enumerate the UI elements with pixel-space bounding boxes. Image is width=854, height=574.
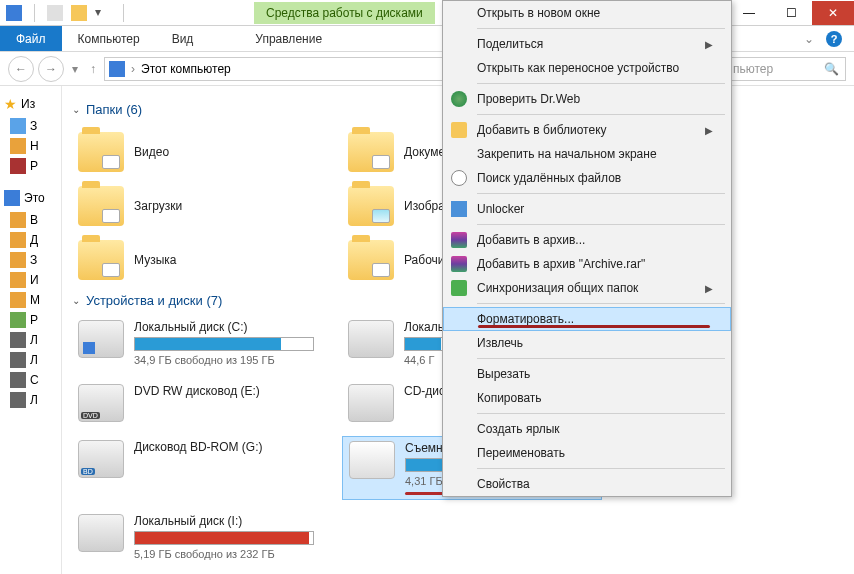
sidebar-this-pc[interactable]: Это <box>4 190 57 206</box>
minimize-button[interactable]: — <box>728 1 770 25</box>
sidebar-item[interactable]: Н <box>10 138 57 154</box>
sidebar-item[interactable]: Р <box>10 312 57 328</box>
sidebar-item[interactable]: В <box>10 212 57 228</box>
sidebar-item[interactable]: З <box>10 118 57 134</box>
menu-item[interactable]: Добавить в архив... <box>443 228 731 252</box>
menu-item-label: Копировать <box>477 391 542 405</box>
star-icon: ★ <box>4 96 17 112</box>
sidebar-item[interactable]: З <box>10 252 57 268</box>
ribbon-tab-manage[interactable]: Управление <box>239 26 338 51</box>
drive-icon <box>78 514 124 552</box>
ribbon-tab-computer[interactable]: Компьютер <box>62 26 156 51</box>
menu-item[interactable]: Вырезать <box>443 362 731 386</box>
menu-item[interactable]: Проверить Dr.Web <box>443 87 731 111</box>
menu-item-label: Поделиться <box>477 37 543 51</box>
caret-icon: ⌄ <box>72 104 80 115</box>
drive-item[interactable]: DVD RW дисковод (E:) <box>72 380 332 426</box>
menu-separator <box>477 413 725 414</box>
menu-separator <box>477 28 725 29</box>
forward-button[interactable]: → <box>38 56 64 82</box>
ribbon-context-tab[interactable]: Средства работы с дисками <box>254 2 435 24</box>
menu-item[interactable]: Создать ярлык <box>443 417 731 441</box>
folder-label: Загрузки <box>134 199 182 213</box>
menu-item[interactable]: Свойства <box>443 472 731 496</box>
back-button[interactable]: ← <box>8 56 34 82</box>
breadcrumb[interactable]: Этот компьютер <box>141 62 231 76</box>
qat-newfolder-icon[interactable] <box>71 5 87 21</box>
menu-item[interactable]: Форматировать... <box>443 307 731 331</box>
context-menu: Открыть в новом окнеПоделиться▶Открыть к… <box>442 0 732 497</box>
drive-icon <box>348 320 394 358</box>
submenu-arrow-icon: ▶ <box>705 39 713 50</box>
sidebar-item[interactable]: М <box>10 292 57 308</box>
nav-sidebar: ★ Из З Н Р Это В Д З И М Р Л Л С Л <box>0 86 62 574</box>
menu-item[interactable]: Unlocker <box>443 197 731 221</box>
ribbon-expand-icon[interactable]: ⌄ <box>804 32 814 46</box>
folder-icon <box>78 186 124 226</box>
drive-name: Локальный диск (I:) <box>134 514 326 528</box>
qat-properties-icon[interactable] <box>47 5 63 21</box>
folder-item[interactable]: Музыка <box>72 233 332 287</box>
help-icon[interactable]: ? <box>826 31 842 47</box>
sidebar-item[interactable]: Д <box>10 232 57 248</box>
search-icon: 🔍 <box>824 62 839 76</box>
drive-icon <box>78 440 124 478</box>
drive-item[interactable]: Локальный диск (C:) 34,9 ГБ свободно из … <box>72 316 332 370</box>
pc-icon <box>109 61 125 77</box>
menu-item[interactable]: Синхронизация общих папок▶ <box>443 276 731 300</box>
ribbon-tab-view[interactable]: Вид <box>156 26 210 51</box>
menu-item[interactable]: Поиск удалённых файлов <box>443 166 731 190</box>
ribbon-tab-file[interactable]: Файл <box>0 26 62 51</box>
sidebar-item[interactable]: С <box>10 372 57 388</box>
sidebar-item[interactable]: Л <box>10 332 57 348</box>
folder-icon <box>348 240 394 280</box>
menu-item-label: Проверить Dr.Web <box>477 92 580 106</box>
recent-dropdown-icon[interactable]: ▾ <box>68 62 82 76</box>
menu-item-label: Вырезать <box>477 367 530 381</box>
menu-item[interactable]: Извлечь <box>443 331 731 355</box>
menu-item-label: Переименовать <box>477 446 565 460</box>
folder-item[interactable]: Видео <box>72 125 332 179</box>
menu-item-label: Извлечь <box>477 336 523 350</box>
menu-item[interactable]: Закрепить на начальном экране <box>443 142 731 166</box>
sidebar-item[interactable]: И <box>10 272 57 288</box>
search-icon <box>451 170 467 186</box>
menu-item-label: Добавить в архив "Archive.rar" <box>477 257 645 271</box>
sidebar-item[interactable]: Р <box>10 158 57 174</box>
drive-icon <box>78 384 124 422</box>
up-button[interactable]: ↑ <box>86 62 100 76</box>
menu-item[interactable]: Переименовать <box>443 441 731 465</box>
pc-icon <box>4 190 20 206</box>
menu-item[interactable]: Добавить в архив "Archive.rar" <box>443 252 731 276</box>
menu-item[interactable]: Открыть в новом окне <box>443 1 731 25</box>
sidebar-item[interactable]: Л <box>10 352 57 368</box>
drive-name: Дисковод BD-ROM (G:) <box>134 440 326 454</box>
drive-info: 5,19 ГБ свободно из 232 ГБ <box>134 548 326 560</box>
menu-item-label: Добавить в архив... <box>477 233 585 247</box>
folder-item[interactable]: Загрузки <box>72 179 332 233</box>
qat-dropdown-icon[interactable]: ▾ <box>95 5 111 21</box>
drive-item[interactable]: Дисковод BD-ROM (G:) <box>72 436 332 500</box>
menu-separator <box>477 114 725 115</box>
menu-separator <box>477 224 725 225</box>
folder-icon <box>78 132 124 172</box>
rar-icon <box>451 256 467 272</box>
menu-separator <box>477 468 725 469</box>
usage-bar <box>134 337 314 351</box>
close-button[interactable]: ✕ <box>812 1 854 25</box>
usage-bar <box>134 531 314 545</box>
menu-item-label: Открыть как переносное устройство <box>477 61 679 75</box>
drive-item[interactable]: Локальный диск (I:) 5,19 ГБ свободно из … <box>72 510 332 564</box>
menu-item[interactable]: Добавить в библиотеку▶ <box>443 118 731 142</box>
annotation-underline <box>478 325 710 328</box>
shield-icon <box>451 91 467 107</box>
menu-separator <box>477 83 725 84</box>
menu-item[interactable]: Открыть как переносное устройство <box>443 56 731 80</box>
menu-item[interactable]: Копировать <box>443 386 731 410</box>
sidebar-item[interactable]: Л <box>10 392 57 408</box>
maximize-button[interactable]: ☐ <box>770 1 812 25</box>
menu-item-label: Unlocker <box>477 202 524 216</box>
search-input[interactable]: пьютер 🔍 <box>726 57 846 81</box>
sidebar-favorites[interactable]: ★ Из <box>4 96 57 112</box>
menu-item[interactable]: Поделиться▶ <box>443 32 731 56</box>
